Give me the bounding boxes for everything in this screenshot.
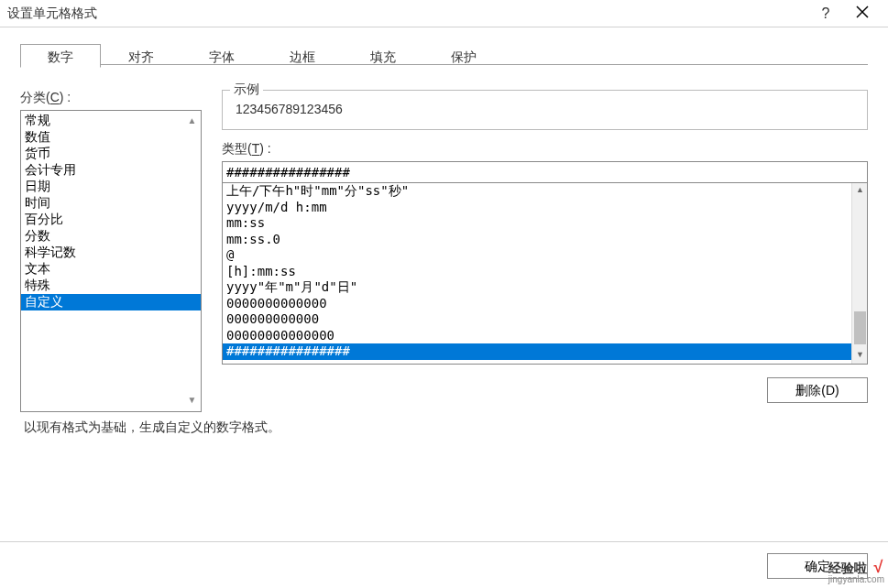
help-button[interactable]: ? — [807, 5, 844, 22]
scroll-up-icon[interactable]: ▲ — [852, 183, 868, 199]
type-item[interactable]: mm:ss.0 — [223, 232, 867, 248]
close-button[interactable] — [844, 5, 881, 21]
type-input[interactable] — [222, 161, 868, 183]
detail-panel: 示例 123456789123456 类型(T) : 上午/下午h"时"mm"分… — [222, 90, 868, 436]
type-item[interactable]: 0000000000000 — [223, 296, 867, 312]
type-item[interactable]: 上午/下午h"时"mm"分"ss"秒" — [223, 183, 867, 200]
category-panel: 分类(C) : ▲ 常规 数值 货币 会计专用 日期 时间 百分比 分数 科学记… — [20, 90, 203, 436]
type-item[interactable]: 000000000000 — [223, 311, 867, 328]
dialog-title: 设置单元格格式 — [7, 5, 807, 22]
type-label-prefix: 类型( — [222, 141, 252, 156]
example-label: 示例 — [230, 82, 263, 98]
delete-row: 删除(D) — [222, 377, 868, 403]
type-scrollbar[interactable]: ▲ ▼ — [851, 183, 867, 364]
category-item-number[interactable]: 数值 — [21, 129, 201, 146]
category-item-date[interactable]: 日期 — [21, 179, 201, 195]
example-value: 123456789123456 — [232, 102, 858, 116]
category-item-fraction[interactable]: 分数 — [21, 228, 201, 245]
category-item-accounting[interactable]: 会计专用 — [21, 162, 201, 179]
type-label-suffix: ) : — [259, 141, 270, 156]
tab-bar: 数字 对齐 字体 边框 填充 保护 — [0, 27, 888, 68]
type-list-inner: 上午/下午h"时"mm"分"ss"秒" yyyy/m/d h:mm mm:ss … — [223, 183, 867, 360]
category-label-prefix: 分类( — [20, 90, 50, 104]
category-item-special[interactable]: 特殊 — [21, 278, 201, 294]
category-item-time[interactable]: 时间 — [21, 195, 201, 212]
dialog-footer: 确定 — [0, 541, 888, 579]
delete-button[interactable]: 删除(D) — [767, 377, 868, 403]
category-item-scientific[interactable]: 科学记数 — [21, 245, 201, 261]
titlebar: 设置单元格格式 ? — [0, 0, 888, 27]
type-item-selected[interactable]: ################ — [223, 343, 867, 360]
scroll-down-icon[interactable]: ▼ — [852, 348, 868, 364]
dialog-body: 分类(C) : ▲ 常规 数值 货币 会计专用 日期 时间 百分比 分数 科学记… — [0, 68, 888, 436]
ok-button[interactable]: 确定 — [767, 553, 868, 579]
type-item[interactable]: [h]:mm:ss — [223, 264, 867, 280]
scroll-up-icon[interactable]: ▲ — [185, 114, 199, 128]
type-item[interactable]: @ — [223, 247, 867, 264]
type-listbox[interactable]: 上午/下午h"时"mm"分"ss"秒" yyyy/m/d h:mm mm:ss … — [222, 183, 868, 365]
category-label-key: C — [50, 90, 60, 104]
type-item[interactable]: yyyy/m/d h:mm — [223, 200, 867, 216]
type-item[interactable]: yyyy"年"m"月"d"日" — [223, 279, 867, 296]
category-label-suffix: ) : — [60, 90, 71, 104]
category-item-custom[interactable]: 自定义 — [21, 294, 201, 310]
type-label: 类型(T) : — [222, 141, 868, 158]
category-label: 分类(C) : — [20, 90, 203, 106]
category-listbox[interactable]: ▲ 常规 数值 货币 会计专用 日期 时间 百分比 分数 科学记数 文本 特殊 … — [20, 110, 202, 412]
type-label-key: T — [252, 141, 260, 156]
hint-text: 以现有格式为基础，生成自定义的数字格式。 — [20, 419, 868, 436]
type-item[interactable]: mm:ss — [223, 215, 867, 232]
category-item-percentage[interactable]: 百分比 — [21, 212, 201, 228]
close-icon — [856, 5, 869, 18]
category-item-general[interactable]: 常规 — [21, 113, 201, 129]
example-fieldset: 示例 123456789123456 — [222, 90, 868, 130]
category-item-currency[interactable]: 货币 — [21, 146, 201, 162]
scrollbar-thumb[interactable] — [854, 311, 866, 344]
category-item-text[interactable]: 文本 — [21, 261, 201, 278]
tab-number[interactable]: 数字 — [20, 44, 101, 68]
category-list-inner: 常规 数值 货币 会计专用 日期 时间 百分比 分数 科学记数 文本 特殊 自定… — [21, 111, 201, 312]
type-item[interactable]: 00000000000000 — [223, 328, 867, 344]
scroll-down-icon[interactable]: ▼ — [185, 394, 199, 408]
tab-underline — [20, 64, 868, 65]
